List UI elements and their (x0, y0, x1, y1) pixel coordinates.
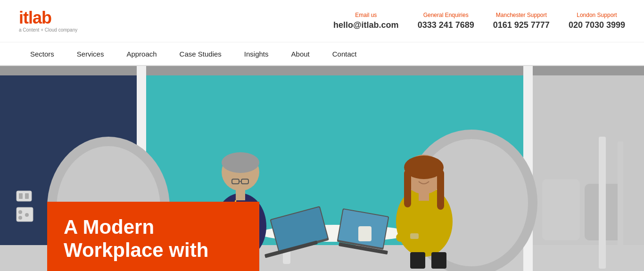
nav-item-insights[interactable]: Insights (233, 43, 280, 65)
hero-section: A Modern Workplace with (0, 66, 644, 271)
nav-link-insights[interactable]: Insights (233, 43, 280, 65)
manchester-number: 0161 925 7777 (493, 20, 550, 30)
svg-point-44 (18, 210, 22, 214)
svg-rect-28 (236, 189, 245, 200)
contact-info: Email us hello@itlab.com General Enquiri… (333, 12, 625, 30)
svg-point-24 (222, 152, 259, 173)
svg-rect-53 (618, 141, 623, 269)
svg-rect-37 (410, 233, 419, 239)
logo-tagline: a Content + Cloud company (19, 27, 77, 33)
svg-rect-34 (404, 170, 411, 207)
nav-item-services[interactable]: Services (66, 43, 116, 65)
main-nav: Sectors Services Approach Case Studies I… (0, 42, 644, 66)
logo-text: itlab (19, 9, 51, 26)
email-label: Email us (355, 12, 377, 18)
nav-list: Sectors Services Approach Case Studies I… (19, 43, 368, 65)
contact-email: Email us hello@itlab.com (333, 12, 399, 30)
contact-general: General Enquiries 0333 241 7689 (418, 12, 474, 30)
nav-link-case-studies[interactable]: Case Studies (168, 43, 233, 65)
nav-link-about[interactable]: About (280, 43, 321, 65)
svg-rect-21 (358, 226, 372, 241)
hero-headline: A Modern Workplace with (64, 216, 243, 262)
svg-rect-35 (437, 170, 444, 210)
nav-link-sectors[interactable]: Sectors (19, 43, 66, 65)
logo-area[interactable]: itlab a Content + Cloud company (19, 9, 77, 33)
london-number: 020 7030 3999 (569, 20, 625, 30)
general-number: 0333 241 7689 (418, 20, 474, 30)
svg-rect-42 (431, 252, 446, 269)
nav-item-case-studies[interactable]: Case Studies (168, 43, 233, 65)
svg-point-45 (18, 216, 22, 220)
nav-link-contact[interactable]: Contact (321, 43, 368, 65)
svg-rect-50 (542, 179, 580, 240)
nav-item-approach[interactable]: Approach (115, 43, 168, 65)
svg-rect-41 (410, 252, 425, 269)
nav-link-approach[interactable]: Approach (115, 43, 168, 65)
svg-rect-52 (599, 137, 606, 269)
svg-rect-43 (17, 207, 33, 222)
manchester-label: Manchester Support (496, 12, 547, 18)
general-label: General Enquiries (423, 12, 469, 18)
svg-point-46 (25, 213, 29, 217)
email-value: hello@itlab.com (333, 20, 399, 30)
nav-item-sectors[interactable]: Sectors (19, 43, 66, 65)
london-label: London Support (577, 12, 617, 18)
svg-rect-4 (0, 66, 644, 75)
contact-manchester: Manchester Support 0161 925 7777 (493, 12, 550, 30)
nav-item-contact[interactable]: Contact (321, 43, 368, 65)
svg-rect-47 (17, 191, 32, 201)
nav-link-services[interactable]: Services (66, 43, 116, 65)
header: itlab a Content + Cloud company Email us… (0, 0, 644, 42)
hero-text-box: A Modern Workplace with (47, 202, 259, 271)
svg-rect-49 (25, 193, 29, 199)
nav-item-about[interactable]: About (280, 43, 321, 65)
contact-london: London Support 020 7030 3999 (569, 12, 625, 30)
svg-rect-48 (19, 193, 23, 199)
